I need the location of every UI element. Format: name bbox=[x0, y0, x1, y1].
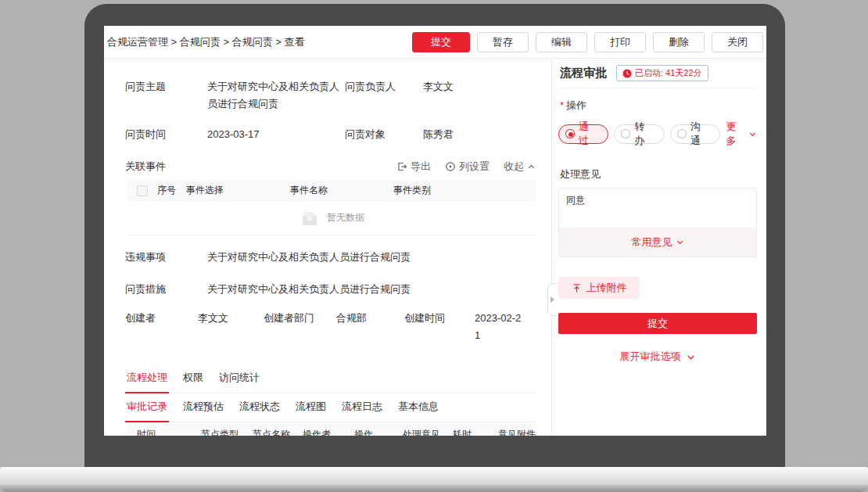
related-events-title: 关联事件 bbox=[125, 160, 166, 174]
radio-dot-icon bbox=[565, 129, 575, 138]
creator-dept-value: 合规部 bbox=[336, 310, 404, 344]
delete-button[interactable]: 删除 bbox=[653, 32, 705, 52]
export-button[interactable]: 导出 bbox=[396, 160, 431, 174]
field-row: 问责措施 关于对研究中心及相关负责人员进行合规问责 bbox=[125, 281, 536, 298]
column-settings-icon bbox=[445, 161, 456, 172]
column-settings-label: 列设置 bbox=[459, 160, 490, 174]
chevron-down-icon bbox=[748, 130, 757, 138]
time-value: 2023-03-17 bbox=[207, 126, 345, 143]
col-operation: 操作 bbox=[354, 428, 403, 436]
tab-process-status[interactable]: 流程状态 bbox=[238, 393, 282, 422]
required-mark: * bbox=[560, 99, 564, 111]
print-button[interactable]: 打印 bbox=[594, 32, 646, 52]
creator-label: 创建者 bbox=[125, 310, 198, 344]
chevron-down-icon bbox=[676, 238, 684, 246]
tab-process-log[interactable]: 流程日志 bbox=[340, 393, 384, 422]
laptop-base-edge bbox=[0, 485, 868, 492]
common-comments-button[interactable]: 常用意见 bbox=[559, 228, 756, 257]
panel-collapse-handle[interactable] bbox=[547, 283, 557, 316]
radio-transfer-label: 转办 bbox=[634, 120, 655, 148]
approval-records-table-header: 时间 节点类型 节点名称 操作者 操作 处理意见 耗时 意见附件 bbox=[127, 423, 537, 436]
chevron-down-icon bbox=[686, 352, 696, 362]
page-background: 合规运营管理 > 合规问责 > 合规问责 > 查看 提交 暂存 编辑 打印 删除… bbox=[0, 0, 868, 492]
collapse-section-button[interactable]: 收起 bbox=[504, 160, 536, 174]
radio-communicate[interactable]: 沟通 bbox=[670, 124, 720, 144]
detail-pane: 问责主题 关于对研究中心及相关负责人员进行合规问责 问责负责人 李文文 问责时间… bbox=[104, 59, 551, 436]
tab-process-diagram[interactable]: 流程图 bbox=[294, 393, 328, 422]
breadcrumb[interactable]: 合规运营管理 > 合规问责 > 合规问责 > 查看 bbox=[107, 35, 304, 49]
approval-panel: 流程审批 已启动: 41天22分 *操作 bbox=[551, 59, 766, 436]
status-badge: 已启动: 41天22分 bbox=[616, 65, 708, 81]
expand-label: 展开审批选项 bbox=[620, 350, 681, 364]
save-draft-button[interactable]: 暂存 bbox=[477, 32, 529, 52]
expand-approval-options-link[interactable]: 展开审批选项 bbox=[558, 350, 757, 364]
owner-label: 问责负责人 bbox=[345, 78, 423, 113]
radio-dot-icon bbox=[677, 129, 687, 138]
column-settings-button[interactable]: 列设置 bbox=[445, 160, 490, 174]
col-comment: 处理意见 bbox=[403, 428, 453, 436]
more-actions-link[interactable]: 更多 bbox=[726, 120, 757, 148]
approval-panel-header: 流程审批 已启动: 41天22分 bbox=[558, 59, 757, 88]
status-badge-text: 已启动: 41天22分 bbox=[635, 67, 702, 79]
empty-box-icon bbox=[299, 209, 321, 228]
creator-dept-label: 创建者部门 bbox=[264, 310, 336, 344]
empty-text: 暂无数据 bbox=[327, 211, 364, 224]
page-header: 合规运营管理 > 合规问责 > 合规问责 > 查看 提交 暂存 编辑 打印 删除… bbox=[104, 26, 766, 59]
radio-communicate-label: 沟通 bbox=[690, 120, 711, 148]
col-node-type: 节点类型 bbox=[201, 428, 253, 436]
created-time-label: 创建时间 bbox=[404, 310, 475, 344]
action-label-text: 操作 bbox=[566, 99, 586, 111]
comment-input[interactable]: 同意 bbox=[559, 189, 756, 228]
laptop-base bbox=[0, 467, 868, 485]
submit-button[interactable]: 提交 bbox=[412, 32, 470, 52]
tab-visit-stats[interactable]: 访问统计 bbox=[217, 365, 261, 393]
creator-row: 创建者 李文文 创建者部门 合规部 创建时间 2023-02-21 bbox=[125, 310, 536, 344]
creator-value: 李文文 bbox=[198, 310, 264, 344]
col-operator: 操作者 bbox=[303, 428, 354, 436]
upload-icon bbox=[572, 283, 582, 293]
upload-attachment-button[interactable]: 上传附件 bbox=[558, 277, 640, 299]
comment-box: 同意 常用意见 bbox=[558, 188, 757, 257]
edit-button[interactable]: 编辑 bbox=[536, 32, 587, 52]
collapse-label: 收起 bbox=[504, 160, 524, 174]
col-duration: 耗时 bbox=[453, 428, 498, 436]
tab-approval-records[interactable]: 审批记录 bbox=[125, 393, 169, 422]
tab-basic-info[interactable]: 基本信息 bbox=[396, 393, 440, 422]
col-time: 时间 bbox=[127, 428, 201, 436]
subject-value: 关于对研究中心及相关负责人员进行合规问责 bbox=[207, 78, 342, 113]
tab-process-handling[interactable]: 流程处理 bbox=[125, 365, 169, 393]
upload-label: 上传附件 bbox=[586, 281, 627, 295]
sub-tabs: 审批记录 流程预估 流程状态 流程图 流程日志 基本信息 bbox=[125, 393, 536, 422]
table-tools: 导出 列设置 收起 bbox=[396, 160, 536, 174]
close-button[interactable]: 关闭 bbox=[712, 32, 763, 52]
owner-value: 李文文 bbox=[423, 78, 536, 113]
export-icon bbox=[396, 161, 407, 172]
common-comments-label: 常用意见 bbox=[632, 235, 673, 250]
violation-label: 违规事项 bbox=[125, 249, 207, 266]
target-label: 问责对象 bbox=[345, 126, 423, 143]
subject-label: 问责主题 bbox=[125, 78, 207, 113]
field-row: 违规事项 关于对研究中心及相关负责人员进行合规问责 bbox=[125, 249, 536, 266]
action-label: *操作 bbox=[558, 99, 757, 113]
panel-submit-button[interactable]: 提交 bbox=[558, 313, 757, 334]
col-node-name: 节点名称 bbox=[253, 428, 303, 436]
tab-permissions[interactable]: 权限 bbox=[181, 365, 205, 393]
export-label: 导出 bbox=[411, 160, 431, 174]
select-all-checkbox[interactable] bbox=[137, 185, 148, 196]
radio-transfer[interactable]: 转办 bbox=[614, 124, 664, 144]
col-attachment: 意见附件 bbox=[498, 428, 537, 436]
clock-icon bbox=[622, 69, 632, 78]
approval-panel-title: 流程审批 bbox=[560, 66, 607, 81]
col-seq: 序号 bbox=[157, 184, 186, 197]
target-value: 陈秀君 bbox=[423, 126, 536, 143]
radio-approve-label: 通过 bbox=[579, 120, 599, 148]
comment-label: 处理意见 bbox=[558, 167, 757, 181]
col-event-select: 事件选择 bbox=[186, 184, 290, 197]
related-events-table: 序号 事件选择 事件名称 事件类别 bbox=[127, 180, 536, 235]
empty-state: 暂无数据 bbox=[127, 201, 536, 235]
time-label: 问责时间 bbox=[125, 126, 207, 143]
field-row: 问责时间 2023-03-17 问责对象 陈秀君 bbox=[125, 126, 536, 143]
radio-approve[interactable]: 通过 bbox=[558, 124, 608, 144]
tab-process-estimate[interactable]: 流程预估 bbox=[181, 393, 225, 422]
measures-value: 关于对研究中心及相关负责人员进行合规问责 bbox=[207, 281, 536, 298]
